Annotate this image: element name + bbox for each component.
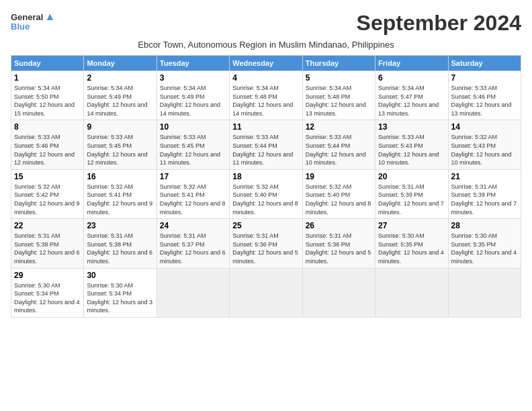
day-info: Sunrise: 5:31 AMSunset: 5:39 PMDaylight:… bbox=[378, 183, 445, 216]
day-info: Sunrise: 5:30 AMSunset: 5:34 PMDaylight:… bbox=[87, 281, 153, 315]
day-number: 24 bbox=[160, 221, 226, 230]
calendar-day-cell: 28 Sunrise: 5:30 AMSunset: 5:35 PMDaylig… bbox=[448, 219, 521, 268]
day-number: 15 bbox=[14, 172, 81, 181]
calendar-day-cell: 5 Sunrise: 5:34 AMSunset: 5:48 PMDayligh… bbox=[302, 71, 375, 120]
calendar-week-row: 29 Sunrise: 5:30 AMSunset: 5:34 PMDaylig… bbox=[11, 268, 521, 317]
day-info: Sunrise: 5:32 AMSunset: 5:41 PMDaylight:… bbox=[160, 183, 226, 216]
day-info: Sunrise: 5:30 AMSunset: 5:34 PMDaylight:… bbox=[14, 281, 81, 315]
logo: General ▲ Blue bbox=[11, 11, 55, 32]
calendar-day-cell bbox=[157, 268, 229, 317]
calendar-day-cell: 8 Sunrise: 5:33 AMSunset: 5:46 PMDayligh… bbox=[11, 120, 84, 169]
calendar-day-cell: 18 Sunrise: 5:32 AMSunset: 5:40 PMDaylig… bbox=[230, 169, 302, 218]
day-number: 11 bbox=[232, 122, 299, 132]
calendar-day-cell bbox=[302, 268, 375, 317]
day-info: Sunrise: 5:34 AMSunset: 5:49 PMDaylight:… bbox=[160, 84, 226, 118]
day-number: 16 bbox=[87, 172, 153, 181]
calendar-day-cell: 26 Sunrise: 5:31 AMSunset: 5:36 PMDaylig… bbox=[302, 219, 375, 268]
day-info: Sunrise: 5:34 AMSunset: 5:49 PMDaylight:… bbox=[87, 84, 153, 118]
calendar-day-cell bbox=[230, 268, 302, 317]
calendar-day-cell: 30 Sunrise: 5:30 AMSunset: 5:34 PMDaylig… bbox=[84, 268, 157, 317]
calendar-subtitle: Ebcor Town, Autonomous Region in Muslim … bbox=[11, 40, 521, 50]
calendar-day-cell: 24 Sunrise: 5:31 AMSunset: 5:37 PMDaylig… bbox=[157, 219, 229, 268]
calendar-header-row: SundayMondayTuesdayWednesdayThursdayFrid… bbox=[11, 56, 521, 71]
day-number: 3 bbox=[160, 73, 226, 83]
logo-bird-icon: ▲ bbox=[44, 11, 55, 23]
day-number: 20 bbox=[378, 172, 445, 181]
calendar-week-row: 15 Sunrise: 5:32 AMSunset: 5:42 PMDaylig… bbox=[11, 169, 521, 218]
day-info: Sunrise: 5:34 AMSunset: 5:48 PMDaylight:… bbox=[306, 84, 372, 118]
day-number: 5 bbox=[306, 73, 372, 83]
calendar-day-header: Thursday bbox=[302, 56, 375, 71]
day-info: Sunrise: 5:34 AMSunset: 5:47 PMDaylight:… bbox=[378, 84, 445, 118]
day-number: 21 bbox=[451, 172, 518, 181]
calendar-day-header: Friday bbox=[375, 56, 448, 71]
calendar-day-cell: 27 Sunrise: 5:30 AMSunset: 5:35 PMDaylig… bbox=[375, 219, 448, 268]
logo-blue-text: Blue bbox=[11, 21, 30, 32]
calendar-day-header: Sunday bbox=[11, 56, 84, 71]
day-info: Sunrise: 5:31 AMSunset: 5:38 PMDaylight:… bbox=[87, 232, 153, 265]
day-number: 28 bbox=[451, 221, 518, 230]
calendar-day-header: Saturday bbox=[448, 56, 521, 71]
day-info: Sunrise: 5:32 AMSunset: 5:43 PMDaylight:… bbox=[451, 133, 518, 167]
calendar-day-cell: 20 Sunrise: 5:31 AMSunset: 5:39 PMDaylig… bbox=[375, 169, 448, 218]
calendar-day-header: Wednesday bbox=[230, 56, 302, 71]
day-number: 4 bbox=[232, 73, 299, 83]
day-number: 23 bbox=[87, 221, 153, 230]
calendar-day-header: Monday bbox=[84, 56, 157, 71]
day-info: Sunrise: 5:33 AMSunset: 5:44 PMDaylight:… bbox=[232, 133, 299, 167]
calendar-day-cell: 23 Sunrise: 5:31 AMSunset: 5:38 PMDaylig… bbox=[84, 219, 157, 268]
calendar-day-cell: 14 Sunrise: 5:32 AMSunset: 5:43 PMDaylig… bbox=[448, 120, 521, 169]
calendar-day-cell: 17 Sunrise: 5:32 AMSunset: 5:41 PMDaylig… bbox=[157, 169, 229, 218]
calendar-week-row: 1 Sunrise: 5:34 AMSunset: 5:50 PMDayligh… bbox=[11, 71, 521, 120]
day-info: Sunrise: 5:32 AMSunset: 5:41 PMDaylight:… bbox=[87, 183, 153, 216]
calendar-day-cell: 9 Sunrise: 5:33 AMSunset: 5:45 PMDayligh… bbox=[84, 120, 157, 169]
day-info: Sunrise: 5:31 AMSunset: 5:36 PMDaylight:… bbox=[306, 232, 372, 265]
day-number: 17 bbox=[160, 172, 226, 181]
day-number: 8 bbox=[14, 122, 81, 132]
day-info: Sunrise: 5:31 AMSunset: 5:36 PMDaylight:… bbox=[232, 232, 299, 265]
day-number: 19 bbox=[306, 172, 372, 181]
day-info: Sunrise: 5:33 AMSunset: 5:44 PMDaylight:… bbox=[306, 133, 372, 167]
day-info: Sunrise: 5:31 AMSunset: 5:38 PMDaylight:… bbox=[14, 232, 81, 265]
day-info: Sunrise: 5:33 AMSunset: 5:46 PMDaylight:… bbox=[451, 84, 518, 118]
calendar-day-cell: 2 Sunrise: 5:34 AMSunset: 5:49 PMDayligh… bbox=[84, 71, 157, 120]
calendar-day-cell: 16 Sunrise: 5:32 AMSunset: 5:41 PMDaylig… bbox=[84, 169, 157, 218]
day-info: Sunrise: 5:34 AMSunset: 5:48 PMDaylight:… bbox=[232, 84, 299, 118]
day-info: Sunrise: 5:33 AMSunset: 5:43 PMDaylight:… bbox=[378, 133, 445, 167]
calendar-day-cell: 22 Sunrise: 5:31 AMSunset: 5:38 PMDaylig… bbox=[11, 219, 84, 268]
calendar-week-row: 22 Sunrise: 5:31 AMSunset: 5:38 PMDaylig… bbox=[11, 219, 521, 268]
calendar-day-cell: 21 Sunrise: 5:31 AMSunset: 5:39 PMDaylig… bbox=[448, 169, 521, 218]
day-number: 14 bbox=[451, 122, 518, 132]
calendar-day-cell: 29 Sunrise: 5:30 AMSunset: 5:34 PMDaylig… bbox=[11, 268, 84, 317]
day-info: Sunrise: 5:33 AMSunset: 5:45 PMDaylight:… bbox=[87, 133, 153, 167]
day-info: Sunrise: 5:33 AMSunset: 5:46 PMDaylight:… bbox=[14, 133, 81, 167]
day-number: 26 bbox=[306, 221, 372, 230]
day-number: 2 bbox=[87, 73, 153, 83]
calendar-day-cell: 4 Sunrise: 5:34 AMSunset: 5:48 PMDayligh… bbox=[230, 71, 302, 120]
day-number: 30 bbox=[87, 271, 153, 280]
day-number: 1 bbox=[14, 73, 81, 83]
day-info: Sunrise: 5:32 AMSunset: 5:40 PMDaylight:… bbox=[232, 183, 299, 216]
calendar-day-cell: 12 Sunrise: 5:33 AMSunset: 5:44 PMDaylig… bbox=[302, 120, 375, 169]
calendar-day-cell bbox=[375, 268, 448, 317]
calendar-day-cell: 6 Sunrise: 5:34 AMSunset: 5:47 PMDayligh… bbox=[375, 71, 448, 120]
calendar-day-cell: 11 Sunrise: 5:33 AMSunset: 5:44 PMDaylig… bbox=[230, 120, 302, 169]
logo-general-text: General bbox=[11, 12, 43, 22]
day-number: 27 bbox=[378, 221, 445, 230]
day-number: 25 bbox=[232, 221, 299, 230]
day-number: 6 bbox=[378, 73, 445, 83]
day-number: 13 bbox=[378, 122, 445, 132]
day-number: 12 bbox=[306, 122, 372, 132]
calendar-day-header: Tuesday bbox=[157, 56, 229, 71]
calendar-day-cell: 7 Sunrise: 5:33 AMSunset: 5:46 PMDayligh… bbox=[448, 71, 521, 120]
day-number: 29 bbox=[14, 271, 81, 280]
day-info: Sunrise: 5:30 AMSunset: 5:35 PMDaylight:… bbox=[378, 232, 445, 265]
calendar-day-cell: 1 Sunrise: 5:34 AMSunset: 5:50 PMDayligh… bbox=[11, 71, 84, 120]
calendar-day-cell: 25 Sunrise: 5:31 AMSunset: 5:36 PMDaylig… bbox=[230, 219, 302, 268]
calendar-day-cell: 10 Sunrise: 5:33 AMSunset: 5:45 PMDaylig… bbox=[157, 120, 229, 169]
day-number: 22 bbox=[14, 221, 81, 230]
day-number: 9 bbox=[87, 122, 153, 132]
calendar-day-cell: 13 Sunrise: 5:33 AMSunset: 5:43 PMDaylig… bbox=[375, 120, 448, 169]
day-number: 18 bbox=[232, 172, 299, 181]
calendar-day-cell: 15 Sunrise: 5:32 AMSunset: 5:42 PMDaylig… bbox=[11, 169, 84, 218]
